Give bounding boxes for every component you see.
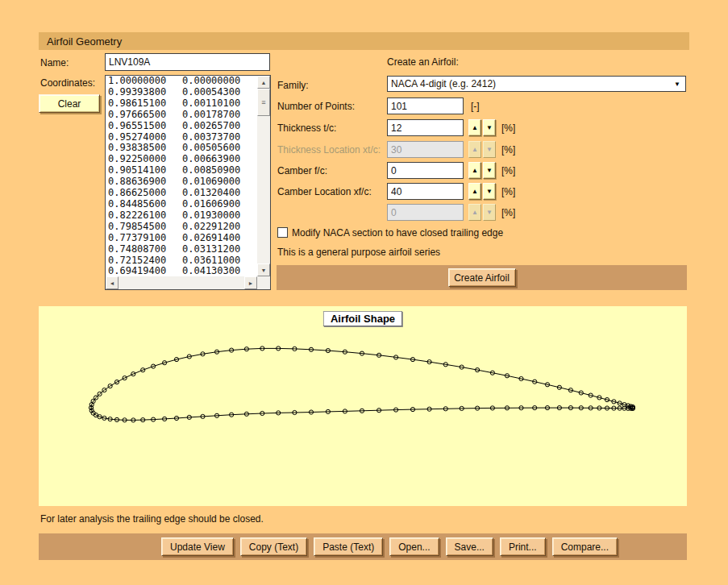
thickness-input[interactable] bbox=[387, 119, 464, 136]
coordinate-row[interactable]: 0.844856000.01606900 bbox=[106, 199, 257, 210]
number-of-points-input[interactable] bbox=[387, 98, 464, 114]
scroll-left-icon[interactable]: ◄ bbox=[106, 276, 119, 289]
coordinate-y-value: 0.04130300 bbox=[182, 266, 255, 276]
coordinate-row[interactable]: 0.773791000.02691400 bbox=[106, 233, 257, 244]
compare-button[interactable]: Compare... bbox=[552, 537, 618, 556]
coordinate-y-value: 0.00505600 bbox=[182, 143, 255, 154]
coordinate-row[interactable]: 0.986151000.00110100 bbox=[106, 98, 257, 110]
coordinate-x-value: 0.72152400 bbox=[106, 255, 182, 267]
coordinate-row[interactable]: 0.993938000.00054300 bbox=[106, 87, 257, 98]
coordinate-y-value: 0.01069000 bbox=[182, 176, 255, 188]
vertical-scrollbar[interactable]: ▲ ≡ ▼ bbox=[257, 76, 270, 276]
coordinate-row[interactable]: 0.952740000.00373700 bbox=[106, 132, 257, 143]
coordinate-y-value: 0.00373700 bbox=[182, 132, 255, 143]
camber-location-input[interactable] bbox=[387, 183, 464, 200]
thickness-location-input bbox=[387, 141, 464, 158]
extra-parameter-unit: [%] bbox=[501, 207, 515, 218]
coordinate-x-value: 0.88636900 bbox=[106, 176, 182, 188]
coordinate-y-value: 0.03611000 bbox=[182, 255, 255, 267]
coordinate-x-value: 0.79854500 bbox=[106, 222, 182, 233]
plot-title: Airfoil Shape bbox=[323, 311, 402, 326]
open-button[interactable]: Open... bbox=[389, 537, 439, 556]
coordinate-row[interactable]: 0.721524000.03611000 bbox=[106, 255, 257, 267]
extra-parameter-input bbox=[387, 204, 464, 221]
coordinate-y-value: 0.00663900 bbox=[182, 154, 255, 165]
coordinate-x-value: 0.93838500 bbox=[106, 143, 182, 154]
scrollbar-thumb[interactable]: ≡ bbox=[257, 89, 270, 116]
coordinate-x-value: 0.97666500 bbox=[106, 110, 182, 121]
thickness-spin-up-icon[interactable]: ▲ bbox=[468, 119, 481, 136]
camber-input[interactable] bbox=[387, 162, 464, 179]
thickness-unit: [%] bbox=[501, 122, 515, 134]
trailing-edge-note: For later analysis the trailing edge sho… bbox=[40, 513, 264, 525]
airfoil-outline bbox=[91, 348, 633, 420]
camber-location-spin-up-icon[interactable]: ▲ bbox=[468, 183, 481, 200]
coordinate-x-value: 1.00000000 bbox=[106, 76, 182, 87]
thickness-spin-down-icon[interactable]: ▼ bbox=[483, 119, 496, 136]
number-of-points-label: Number of Points: bbox=[277, 101, 355, 112]
camber-location-spin-down-icon[interactable]: ▼ bbox=[483, 183, 496, 200]
panel-title: Airfoil Geometry bbox=[47, 35, 122, 48]
coordinate-row[interactable]: 0.922500000.00663900 bbox=[106, 154, 257, 165]
closed-trailing-edge-label: Modify NACA section to have closed trail… bbox=[292, 227, 503, 239]
coordinate-x-value: 0.74808700 bbox=[106, 244, 182, 255]
camber-spin-down-icon[interactable]: ▼ bbox=[483, 162, 496, 179]
dropdown-arrow-icon: ▼ bbox=[674, 81, 680, 88]
create-airfoil-title: Create an Airfoil: bbox=[387, 56, 459, 68]
coordinate-row[interactable]: 0.748087000.03131200 bbox=[106, 244, 257, 255]
coordinates-listbox[interactable]: 1.000000000.000000000.993938000.00054300… bbox=[105, 75, 271, 290]
coordinate-y-value: 0.01320400 bbox=[182, 188, 255, 199]
coordinate-row[interactable]: 0.866250000.01320400 bbox=[106, 188, 257, 199]
coordinate-y-value: 0.02291200 bbox=[182, 222, 255, 233]
coordinate-x-value: 0.95274000 bbox=[106, 132, 182, 143]
camber-location-unit: [%] bbox=[501, 186, 515, 197]
camber-unit: [%] bbox=[501, 165, 515, 176]
coordinate-row[interactable]: 0.965515000.00265700 bbox=[106, 121, 257, 132]
print-button[interactable]: Print... bbox=[500, 537, 546, 556]
paste-text-button[interactable]: Paste (Text) bbox=[314, 537, 383, 556]
update-view-button[interactable]: Update View bbox=[161, 537, 234, 556]
coordinate-row[interactable]: 0.798545000.02291200 bbox=[106, 222, 257, 233]
coordinate-y-value: 0.01606900 bbox=[182, 199, 255, 210]
copy-text-button[interactable]: Copy (Text) bbox=[240, 537, 307, 556]
extra-parameter-spin-up-icon: ▲ bbox=[468, 204, 481, 221]
clear-button[interactable]: Clear bbox=[39, 94, 100, 113]
coordinate-row[interactable]: 1.000000000.00000000 bbox=[106, 76, 257, 87]
coordinate-row[interactable]: 0.938385000.00505600 bbox=[106, 143, 257, 154]
create-airfoil-bar: Create Airfoil bbox=[277, 265, 687, 290]
name-label: Name: bbox=[40, 57, 69, 68]
save-button[interactable]: Save... bbox=[446, 537, 493, 556]
coordinate-y-value: 0.00110100 bbox=[182, 98, 255, 110]
coordinate-y-value: 0.00265700 bbox=[182, 121, 255, 132]
coordinate-x-value: 0.92250000 bbox=[106, 154, 182, 165]
coordinate-y-value: 0.03131200 bbox=[182, 244, 255, 255]
family-selected-value: NACA 4-digit (e.g. 2412) bbox=[391, 78, 496, 89]
scroll-up-icon[interactable]: ▲ bbox=[257, 76, 270, 89]
coordinate-row[interactable]: 0.886369000.01069000 bbox=[106, 176, 257, 188]
series-note: This is a general purpose airfoil series bbox=[277, 247, 440, 258]
coordinate-y-value: 0.02691400 bbox=[182, 233, 255, 244]
coordinate-row[interactable]: 0.905141000.00850900 bbox=[106, 165, 257, 176]
coordinates-label: Coordinates: bbox=[40, 77, 95, 89]
coordinate-x-value: 0.77379100 bbox=[106, 233, 182, 244]
coordinate-y-value: 0.00850900 bbox=[182, 165, 255, 176]
coordinate-x-value: 0.96551500 bbox=[106, 121, 182, 132]
coordinate-row[interactable]: 0.822261000.01930000 bbox=[106, 210, 257, 222]
thickness-label: Thickness t/c: bbox=[277, 122, 336, 134]
scroll-right-icon[interactable]: ► bbox=[244, 276, 257, 289]
airfoil-plot-panel: Airfoil Shape bbox=[39, 306, 687, 506]
panel-title-bar: Airfoil Geometry bbox=[39, 32, 689, 50]
coordinate-x-value: 0.82226100 bbox=[106, 210, 182, 222]
coordinate-row[interactable]: 0.694194000.04130300 bbox=[106, 266, 257, 276]
scroll-down-icon[interactable]: ▼ bbox=[257, 263, 270, 276]
coordinate-row[interactable]: 0.976665000.00178700 bbox=[106, 110, 257, 121]
coordinate-y-value: 0.01930000 bbox=[182, 210, 255, 222]
bottom-toolbar: Update ViewCopy (Text)Paste (Text)Open..… bbox=[39, 533, 687, 560]
name-input[interactable] bbox=[105, 53, 270, 71]
number-of-points-unit: [-] bbox=[471, 101, 480, 112]
camber-spin-up-icon[interactable]: ▲ bbox=[468, 162, 481, 179]
family-dropdown[interactable]: NACA 4-digit (e.g. 2412) ▼ bbox=[387, 76, 686, 92]
horizontal-scrollbar[interactable]: ◄ ► bbox=[106, 276, 257, 289]
create-airfoil-button[interactable]: Create Airfoil bbox=[448, 268, 516, 287]
closed-trailing-edge-checkbox[interactable] bbox=[277, 227, 288, 238]
